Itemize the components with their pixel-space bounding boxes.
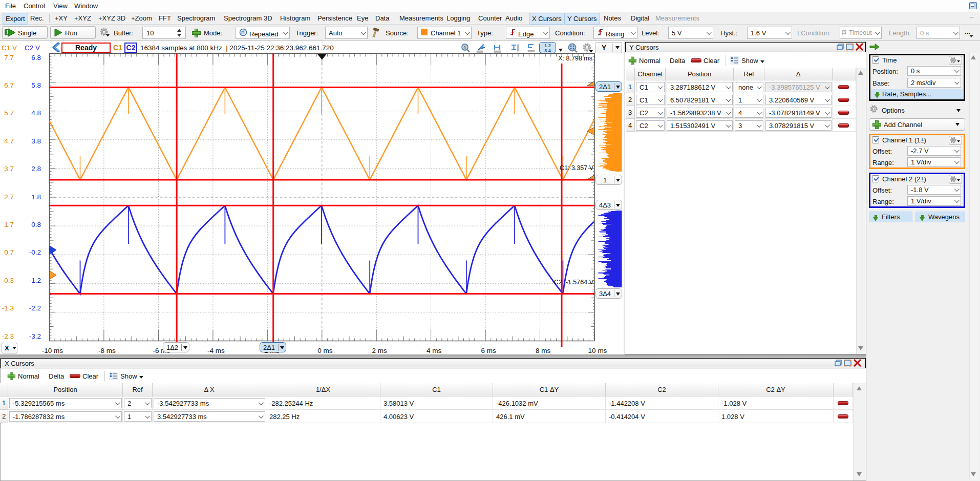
svg-text:0.8: 0.8: [31, 221, 41, 228]
svg-text:-8 ms: -8 ms: [98, 347, 116, 354]
svg-text:7.7: 7.7: [4, 54, 14, 61]
svg-text:6.8: 6.8: [31, 54, 41, 61]
svg-text:-10 ms: -10 ms: [42, 347, 63, 354]
svg-text:-4 ms: -4 ms: [207, 347, 225, 354]
svg-text:-1.2: -1.2: [29, 277, 41, 284]
svg-text:-0.3: -0.3: [2, 277, 14, 284]
svg-text:-2.3: -2.3: [2, 332, 14, 340]
svg-text:4.8: 4.8: [31, 109, 41, 117]
svg-text:10 ms: 10 ms: [588, 347, 607, 354]
svg-text:1.7: 1.7: [4, 221, 14, 228]
svg-text:3.8: 3.8: [31, 137, 41, 145]
svg-text:5.8: 5.8: [31, 81, 41, 89]
svg-text:X: 8.798 ms: X: 8.798 ms: [558, 55, 592, 62]
svg-text:C2: -1.5764 V: C2: -1.5764 V: [554, 279, 594, 286]
svg-text:2.8: 2.8: [31, 165, 41, 173]
svg-text:5.7: 5.7: [4, 109, 14, 117]
svg-text:6.7: 6.7: [4, 81, 14, 89]
svg-text:0.7: 0.7: [4, 248, 14, 256]
svg-text:-1.3: -1.3: [2, 304, 14, 312]
svg-text:1.8: 1.8: [31, 193, 41, 201]
svg-text:0 ms: 0 ms: [317, 347, 333, 354]
svg-text:4.7: 4.7: [4, 137, 14, 145]
svg-text:3.7: 3.7: [4, 165, 14, 173]
svg-text:8 ms: 8 ms: [536, 347, 551, 354]
svg-text:2 ms: 2 ms: [372, 347, 388, 354]
svg-text:2.7: 2.7: [4, 193, 14, 201]
svg-text:4 ms: 4 ms: [427, 347, 442, 354]
svg-text:-0.2: -0.2: [29, 248, 41, 256]
svg-text:6 ms: 6 ms: [481, 347, 496, 354]
svg-text:C1: 3.357 V: C1: 3.357 V: [560, 164, 594, 172]
svg-text:-3.2: -3.2: [29, 332, 41, 340]
svg-text:-2.2: -2.2: [29, 304, 41, 312]
